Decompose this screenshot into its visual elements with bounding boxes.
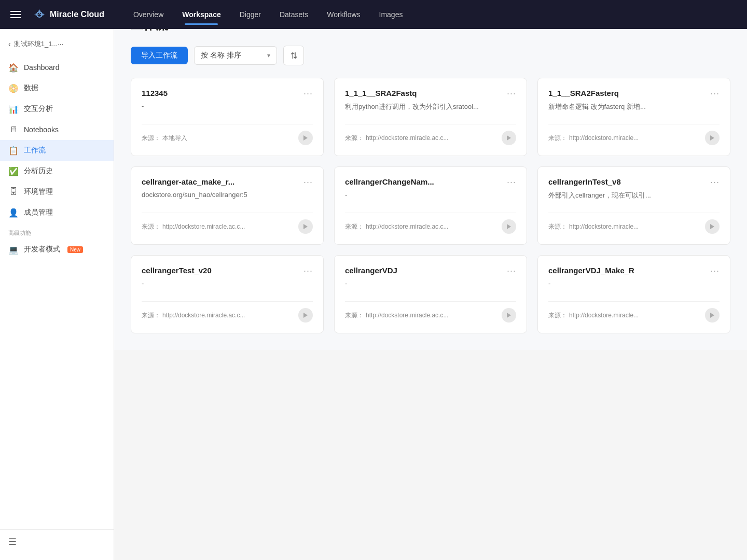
sidebar-item-data[interactable]: 📀 数据 <box>0 78 114 99</box>
workflow-card-2[interactable]: 1_1__SRA2Fasterq ··· 新增命名逻辑 改为fasterq 新增… <box>537 78 730 156</box>
card-header-3: cellranger-atac_make_r... ··· <box>142 177 313 187</box>
sidebar-back-button[interactable]: ‹ 测试环境1_1...··· <box>0 35 114 53</box>
card-header-8: cellrangerVDJ_Make_R ··· <box>548 266 720 275</box>
card-source-label-8: 来源： <box>548 311 567 320</box>
sidebar-item-label-env: 环境管理 <box>24 187 53 197</box>
workflow-card-4[interactable]: cellrangerChangeNam... ··· - 来源： http://… <box>334 166 527 245</box>
workflow-card-7[interactable]: cellrangerVDJ ··· - 来源： http://dockstore… <box>334 255 527 333</box>
card-more-3[interactable]: ··· <box>303 177 313 187</box>
card-desc-7: - <box>345 279 516 289</box>
card-source-value-8: http://dockstore.miracle... <box>569 312 639 319</box>
card-header-5: cellrangerInTest_v8 ··· <box>548 177 720 187</box>
card-run-button-7[interactable] <box>502 308 516 323</box>
nav-digger[interactable]: Digger <box>231 6 269 23</box>
card-footer-0: 来源： 本地导入 <box>142 124 313 145</box>
nav-workflows[interactable]: Workflows <box>319 6 368 23</box>
card-source-label-1: 来源： <box>345 134 364 143</box>
sidebar-item-label-dashboard: Dashboard <box>24 63 60 72</box>
card-title-5: cellrangerInTest_v8 <box>548 177 621 186</box>
members-icon: 👤 <box>8 207 19 218</box>
card-run-button-4[interactable] <box>502 219 516 234</box>
sidebar-item-label-data: 数据 <box>24 83 38 93</box>
card-footer-1: 来源： http://dockstore.miracle.ac.c... <box>345 124 516 145</box>
toolbar: 导入工作流 按 名称 排序 ▾ ⇅ <box>131 46 730 65</box>
card-more-8[interactable]: ··· <box>710 266 720 275</box>
card-source-label-5: 来源： <box>548 222 567 231</box>
svg-marker-5 <box>507 224 511 229</box>
card-desc-4: - <box>345 191 516 200</box>
card-source-value-2: http://dockstore.miracle... <box>569 134 639 142</box>
import-workflow-button[interactable]: 导入工作流 <box>131 47 188 64</box>
card-source-0: 来源： 本地导入 <box>142 134 187 143</box>
workflows-grid: 112345 ··· - 来源： 本地导入 1_1_1__SRA2Fastq ·… <box>131 78 730 333</box>
card-footer-4: 来源： http://dockstore.miracle.ac.c... <box>345 213 516 234</box>
card-desc-1: 利用python进行调用，改为外部引入sratool... <box>345 102 516 111</box>
card-run-button-0[interactable] <box>298 131 313 145</box>
card-run-button-6[interactable] <box>298 308 313 323</box>
svg-marker-9 <box>710 313 714 318</box>
sidebar-item-workflows[interactable]: 📋 工作流 <box>0 140 114 161</box>
card-run-button-8[interactable] <box>705 308 720 323</box>
card-more-0[interactable]: ··· <box>303 89 313 98</box>
card-more-6[interactable]: ··· <box>303 266 313 275</box>
sort-select[interactable]: 按 名称 排序 ▾ <box>194 46 277 65</box>
card-desc-8: - <box>548 279 720 289</box>
card-more-1[interactable]: ··· <box>507 89 516 98</box>
card-footer-3: 来源： http://dockstore.miracle.ac.c... <box>142 213 313 234</box>
card-more-7[interactable]: ··· <box>507 266 516 275</box>
menu-icon[interactable] <box>10 11 21 18</box>
card-more-5[interactable]: ··· <box>710 177 720 187</box>
brand-icon <box>33 8 46 21</box>
workflow-card-6[interactable]: cellrangerTest_v20 ··· - 来源： http://dock… <box>131 255 324 333</box>
card-header-1: 1_1_1__SRA2Fastq ··· <box>345 89 516 98</box>
nav-overview[interactable]: Overview <box>125 6 172 23</box>
developer-icon: 💻 <box>8 244 19 255</box>
card-run-button-5[interactable] <box>705 219 720 234</box>
notebooks-icon: 🖥 <box>8 124 19 135</box>
card-header-0: 112345 ··· <box>142 89 313 98</box>
card-title-2: 1_1__SRA2Fasterq <box>548 89 619 97</box>
workflow-card-3[interactable]: cellranger-atac_make_r... ··· dockstore.… <box>131 166 324 245</box>
card-source-label-2: 来源： <box>548 134 567 143</box>
workflow-card-0[interactable]: 112345 ··· - 来源： 本地导入 <box>131 78 324 156</box>
back-icon: ‹ <box>8 40 11 48</box>
sidebar-item-notebooks[interactable]: 🖥 Notebooks <box>0 119 114 140</box>
sidebar-item-developer[interactable]: 💻 开发者模式 New <box>0 239 114 260</box>
card-more-2[interactable]: ··· <box>710 89 720 98</box>
card-source-8: 来源： http://dockstore.miracle... <box>548 311 639 320</box>
sort-toggle-button[interactable]: ⇅ <box>283 46 304 65</box>
card-header-7: cellrangerVDJ ··· <box>345 266 516 275</box>
analysis-icon: 📊 <box>8 104 19 114</box>
card-more-4[interactable]: ··· <box>507 177 516 187</box>
sidebar-item-env[interactable]: 🗄 环境管理 <box>0 181 114 202</box>
sidebar-env-name: 测试环境1_1...··· <box>14 39 63 49</box>
workflow-card-1[interactable]: 1_1_1__SRA2Fastq ··· 利用python进行调用，改为外部引入… <box>334 78 527 156</box>
workflow-card-5[interactable]: cellrangerInTest_v8 ··· 外部引入cellranger，现… <box>537 166 730 245</box>
card-source-value-1: http://dockstore.miracle.ac.c... <box>366 134 448 142</box>
nav-datasets[interactable]: Datasets <box>271 6 316 23</box>
card-run-button-1[interactable] <box>502 131 516 145</box>
workflow-card-8[interactable]: cellrangerVDJ_Make_R ··· - 来源： http://do… <box>537 255 730 333</box>
sidebar-item-dashboard[interactable]: 🏠 Dashboard <box>0 57 114 78</box>
card-run-button-3[interactable] <box>298 219 313 234</box>
card-footer-5: 来源： http://dockstore.miracle... <box>548 213 720 234</box>
svg-marker-2 <box>507 135 511 141</box>
card-desc-2: 新增命名逻辑 改为fasterq 新增... <box>548 102 720 111</box>
card-footer-7: 来源： http://dockstore.miracle.ac.c... <box>345 301 516 323</box>
sidebar-item-analysis[interactable]: 📊 交互分析 <box>0 99 114 119</box>
nav-images[interactable]: Images <box>371 6 411 23</box>
card-desc-0: - <box>142 102 313 111</box>
svg-marker-8 <box>507 313 511 318</box>
nav-workspace[interactable]: Workspace <box>174 6 229 23</box>
card-desc-5: 外部引入cellranger，现在可以引... <box>548 191 720 200</box>
svg-marker-6 <box>710 224 714 229</box>
card-desc-3: dockstore.org/sun_hao/cellranger:5 <box>142 191 313 200</box>
sidebar-item-members[interactable]: 👤 成员管理 <box>0 202 114 223</box>
card-source-value-4: http://dockstore.miracle.ac.c... <box>366 223 448 230</box>
card-source-label-4: 来源： <box>345 222 364 231</box>
card-run-button-2[interactable] <box>705 131 720 145</box>
sidebar-item-history[interactable]: ✅ 分析历史 <box>0 161 114 181</box>
developer-badge: New <box>67 246 83 253</box>
card-source-5: 来源： http://dockstore.miracle... <box>548 222 639 231</box>
card-source-value-6: http://dockstore.miracle.ac.c... <box>162 312 245 319</box>
